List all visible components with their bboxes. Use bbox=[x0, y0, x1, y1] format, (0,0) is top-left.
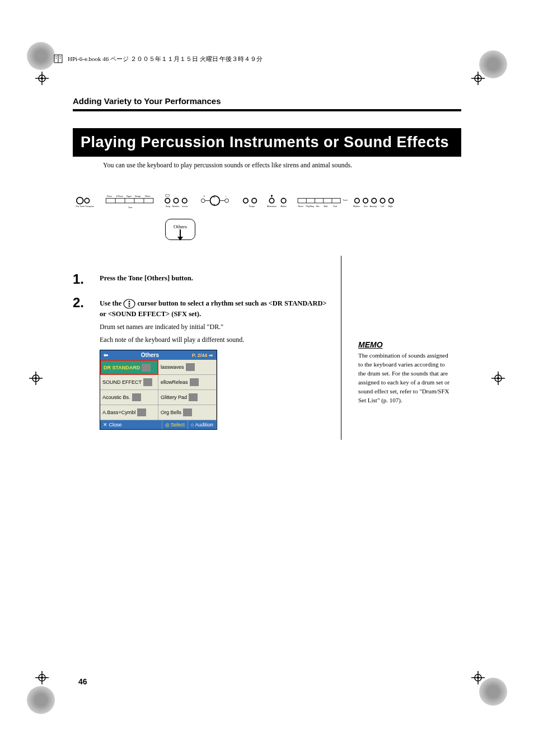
svg-point-48 bbox=[201, 199, 205, 203]
svg-point-42 bbox=[174, 198, 178, 203]
lcd-instrument-icon bbox=[137, 408, 146, 416]
lcd-cell-label: A.Bass+Cymbl bbox=[102, 410, 135, 415]
step-number: 2. bbox=[73, 296, 93, 430]
lcd-cell-label: DR STANDARD bbox=[104, 365, 140, 370]
svg-text:Rhythm: Rhythm bbox=[353, 205, 360, 208]
svg-text:Transpose: Transpose bbox=[85, 205, 94, 208]
memo-badge: MEMO bbox=[358, 340, 383, 349]
lcd-cell-label: Acoustic Bs. bbox=[102, 395, 130, 400]
step-2-text-before: Use the bbox=[100, 299, 123, 307]
svg-point-41 bbox=[165, 198, 170, 203]
crop-mark bbox=[35, 671, 49, 684]
svg-text:Bwd: Bwd bbox=[324, 205, 328, 208]
lcd-header: ⬅ Others P. 2/44 ➡ bbox=[100, 350, 217, 360]
svg-point-76 bbox=[363, 198, 368, 203]
svg-text:Lesson: Lesson bbox=[182, 205, 188, 208]
registration-mark-tl bbox=[27, 42, 55, 70]
lcd-cell: SOUND EFFECT bbox=[100, 375, 158, 390]
lcd-cell: A.Bass+Cymbl bbox=[100, 405, 158, 420]
crop-mark bbox=[35, 72, 49, 85]
lcd-cell: lasswaves bbox=[158, 360, 217, 375]
step-2-note-2: Each note of the keyboard will play a di… bbox=[100, 336, 334, 344]
main-heading: Playing Percussion Instruments or Sound … bbox=[73, 128, 461, 157]
svg-text:Left: Left bbox=[381, 205, 384, 208]
svg-text:Piano: Piano bbox=[107, 195, 112, 198]
cursor-dpad-icon bbox=[123, 298, 135, 310]
svg-point-43 bbox=[182, 198, 187, 203]
print-header: HPi-6-e.book 46 ページ ２００５年１１月１５日 火曜日 午後３時… bbox=[53, 54, 263, 64]
svg-text:✕: ✕ bbox=[203, 195, 205, 198]
lcd-instrument-icon bbox=[143, 378, 152, 386]
lcd-instrument-icon bbox=[183, 408, 192, 416]
lcd-arrow-left-icon: ⬅ bbox=[104, 352, 108, 358]
svg-rect-44 bbox=[166, 195, 170, 196]
svg-text:Track: Track bbox=[343, 199, 348, 201]
device-panel-diagram: One Touch Transpose Piano E.Piano Organ … bbox=[73, 185, 461, 217]
svg-point-15 bbox=[477, 677, 479, 679]
svg-text:Play/Stop: Play/Stop bbox=[306, 205, 314, 208]
lcd-cell-label: SOUND EFFECT bbox=[102, 379, 142, 385]
others-button-callout: Others bbox=[165, 219, 195, 240]
svg-text:Tempo: Tempo bbox=[249, 205, 255, 208]
callout-pointer-icon bbox=[180, 229, 181, 237]
svg-text:Strings: Strings bbox=[135, 195, 141, 198]
lcd-cell: ellowReleas bbox=[158, 375, 217, 390]
step-1-text: Press the Tone [Others] button. bbox=[100, 274, 334, 283]
svg-rect-64 bbox=[298, 198, 340, 203]
lcd-cell-label: Glittery Pad bbox=[161, 395, 187, 400]
svg-text:▼: ▼ bbox=[213, 203, 216, 206]
svg-text:Notation: Notation bbox=[172, 205, 180, 208]
step-2-note-1: Drum set names are indicated by initial … bbox=[100, 323, 334, 331]
svg-text:Fwd: Fwd bbox=[333, 205, 336, 208]
svg-point-11 bbox=[41, 677, 43, 679]
svg-text:Right: Right bbox=[388, 205, 393, 208]
lcd-title: Others bbox=[141, 352, 159, 358]
svg-text:Metronome: Metronome bbox=[267, 205, 277, 208]
svg-text:○: ○ bbox=[226, 195, 227, 198]
svg-text:Rec: Rec bbox=[316, 205, 320, 208]
svg-point-57 bbox=[243, 198, 248, 203]
svg-text:One Touch: One Touch bbox=[76, 205, 85, 208]
step-2: 2. Use the cursor button to select a rhy… bbox=[73, 296, 334, 430]
crop-mark bbox=[29, 372, 43, 385]
book-icon bbox=[53, 54, 63, 64]
lcd-select-label: ◎ Select bbox=[162, 420, 189, 429]
svg-text:User: User bbox=[364, 205, 368, 208]
page-number: 46 bbox=[78, 677, 87, 686]
lcd-body: DR STANDARDlasswavesSOUND EFFECTellowRel… bbox=[100, 360, 217, 420]
lcd-instrument-icon bbox=[142, 364, 151, 372]
crop-mark bbox=[491, 372, 505, 385]
svg-point-75 bbox=[355, 198, 359, 203]
svg-text:Others: Others bbox=[145, 195, 151, 198]
svg-text:E.Piano: E.Piano bbox=[116, 195, 123, 198]
lcd-cell: Org Bells bbox=[158, 405, 217, 420]
lcd-instrument-icon bbox=[189, 393, 198, 401]
svg-point-78 bbox=[380, 198, 385, 203]
crop-mark bbox=[471, 671, 485, 684]
print-header-text: HPi-6-e.book 46 ページ ２００５年１１月１５日 火曜日 午後３時… bbox=[68, 55, 263, 63]
lcd-cell-label: Org Bells bbox=[161, 410, 181, 415]
svg-text:Marker: Marker bbox=[281, 205, 287, 208]
svg-point-53 bbox=[225, 199, 229, 203]
svg-point-58 bbox=[252, 198, 256, 203]
lcd-instrument-icon bbox=[190, 378, 199, 386]
svg-text:Reset: Reset bbox=[298, 205, 303, 208]
svg-point-61 bbox=[281, 198, 285, 203]
section-title: Adding Variety to Your Performances bbox=[73, 96, 461, 111]
svg-point-60 bbox=[269, 198, 274, 203]
registration-mark-bl bbox=[27, 686, 55, 714]
svg-point-3 bbox=[41, 77, 43, 79]
memo-text: The combination of sounds assigned to th… bbox=[358, 351, 453, 405]
svg-point-23 bbox=[497, 377, 499, 379]
svg-point-26 bbox=[77, 198, 83, 204]
crop-mark bbox=[471, 72, 485, 85]
svg-point-77 bbox=[372, 198, 376, 203]
others-callout-label: Others bbox=[174, 224, 187, 229]
step-2-text: Use the cursor button to select a rhythm… bbox=[100, 298, 334, 318]
lcd-cell-label: ellowReleas bbox=[161, 379, 188, 385]
lcd-audition-label: ○ Audition bbox=[188, 420, 217, 429]
svg-text:Organ: Organ bbox=[127, 195, 132, 198]
svg-text:Tone: Tone bbox=[128, 206, 132, 209]
lcd-arrow-right-icon: ➡ bbox=[209, 353, 213, 358]
lcd-close-label: ✕ Close bbox=[100, 420, 162, 429]
